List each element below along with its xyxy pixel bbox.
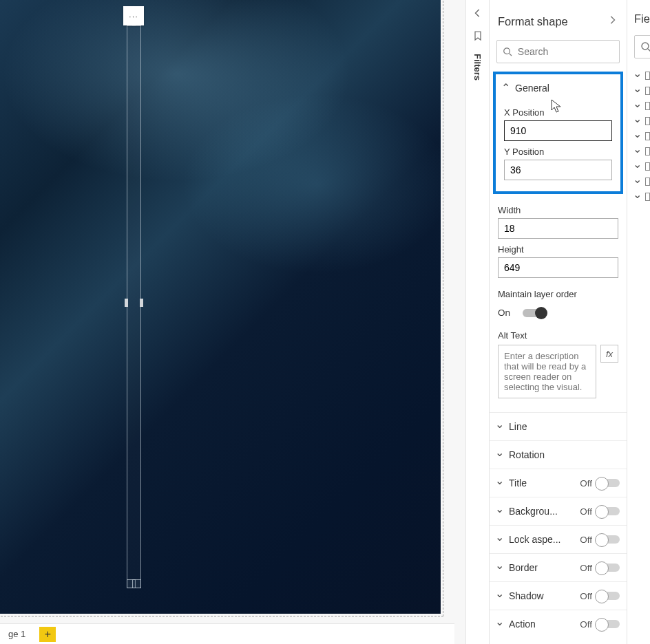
field-table-8[interactable] bbox=[627, 174, 650, 189]
resize-handle-br[interactable] bbox=[132, 579, 141, 588]
chevron-down-icon bbox=[495, 507, 503, 515]
background-toggle[interactable] bbox=[596, 507, 620, 515]
action-state: Off bbox=[580, 619, 592, 630]
chevron-down-icon bbox=[633, 132, 641, 140]
next-pane-icon[interactable] bbox=[605, 12, 620, 30]
chevron-down-icon bbox=[495, 564, 503, 572]
lock-state: Off bbox=[580, 535, 592, 545]
add-page-button[interactable]: + bbox=[39, 627, 56, 642]
svg-point-0 bbox=[504, 48, 510, 54]
table-icon bbox=[645, 147, 650, 155]
background-state: Off bbox=[580, 506, 592, 517]
alt-text-fx-button[interactable]: fx bbox=[600, 345, 618, 363]
table-icon bbox=[645, 193, 650, 201]
field-table-6[interactable] bbox=[627, 144, 650, 159]
table-icon bbox=[645, 87, 650, 95]
action-toggle[interactable] bbox=[596, 620, 620, 628]
shadow-state: Off bbox=[580, 591, 592, 601]
chevron-down-icon bbox=[633, 193, 641, 201]
chevron-down-icon bbox=[495, 451, 503, 459]
section-background[interactable]: Backgrou... Off bbox=[490, 497, 627, 525]
section-shadow-label: Shadow bbox=[509, 590, 544, 601]
filters-label[interactable]: Filters bbox=[472, 54, 483, 80]
resize-handle-ml[interactable] bbox=[125, 299, 128, 307]
chevron-down-icon bbox=[633, 178, 641, 186]
border-state: Off bbox=[580, 563, 592, 573]
section-general-header[interactable]: General bbox=[496, 76, 620, 100]
section-background-label: Backgrou... bbox=[509, 506, 558, 517]
section-rotation-label: Rotation bbox=[509, 449, 545, 460]
report-canvas[interactable]: ··· ge 1 + bbox=[0, 0, 465, 644]
field-table-2[interactable] bbox=[627, 83, 650, 98]
x-position-label: X Position bbox=[504, 107, 612, 118]
section-lock-aspect[interactable]: Lock aspe... Off bbox=[490, 525, 627, 553]
section-title[interactable]: Title Off bbox=[490, 469, 627, 497]
height-input[interactable] bbox=[498, 257, 618, 278]
field-table-3[interactable] bbox=[627, 98, 650, 114]
chevron-down-icon bbox=[633, 162, 641, 171]
page-background bbox=[0, 0, 441, 614]
table-icon bbox=[645, 132, 650, 140]
chevron-down-icon bbox=[633, 117, 641, 125]
selected-shape[interactable] bbox=[127, 17, 141, 588]
y-position-input[interactable] bbox=[504, 160, 612, 180]
maintain-layer-label: Maintain layer order bbox=[498, 289, 618, 299]
width-label: Width bbox=[498, 205, 618, 215]
chevron-down-icon bbox=[495, 592, 503, 600]
section-action[interactable]: Action Off bbox=[490, 610, 627, 638]
search-icon bbox=[640, 41, 650, 52]
border-toggle[interactable] bbox=[596, 564, 620, 572]
alt-text-label: Alt Text bbox=[498, 330, 618, 341]
lock-toggle[interactable] bbox=[596, 535, 620, 544]
section-line-label: Line bbox=[509, 421, 527, 432]
page-tabs: ge 1 + bbox=[0, 623, 454, 644]
section-border[interactable]: Border Off bbox=[490, 553, 627, 581]
chevron-up-icon bbox=[501, 84, 510, 92]
y-position-label: Y Position bbox=[504, 147, 612, 157]
section-lock-label: Lock aspe... bbox=[509, 534, 561, 545]
field-table-4[interactable] bbox=[627, 114, 650, 129]
field-table-5[interactable] bbox=[627, 129, 650, 144]
chevron-down-icon bbox=[495, 535, 503, 544]
width-input[interactable] bbox=[498, 218, 618, 239]
x-position-input[interactable] bbox=[504, 120, 612, 141]
svg-point-2 bbox=[642, 43, 649, 50]
maintain-layer-toggle[interactable] bbox=[523, 309, 546, 317]
visual-more-button[interactable]: ··· bbox=[123, 6, 144, 25]
title-toggle[interactable] bbox=[596, 479, 620, 487]
section-rotation[interactable]: Rotation bbox=[490, 440, 627, 469]
section-title-label: Title bbox=[509, 477, 527, 489]
chevron-down-icon bbox=[633, 102, 641, 110]
expand-filters-icon[interactable] bbox=[470, 6, 485, 23]
field-table-9[interactable] bbox=[627, 189, 650, 204]
table-icon bbox=[645, 162, 650, 171]
alt-text-input[interactable]: Enter a description that will be read by… bbox=[498, 345, 596, 398]
fields-panel: Fie bbox=[627, 0, 650, 644]
chevron-down-icon bbox=[633, 87, 641, 95]
height-label: Height bbox=[498, 244, 618, 255]
fields-search[interactable] bbox=[634, 35, 650, 58]
format-shape-panel: Format shape General X Position Y Positi… bbox=[489, 0, 627, 644]
chevron-down-icon bbox=[495, 422, 503, 431]
field-table-7[interactable] bbox=[627, 159, 650, 174]
page-tab-1[interactable]: ge 1 bbox=[3, 626, 31, 642]
table-icon bbox=[645, 117, 650, 125]
svg-line-1 bbox=[510, 54, 512, 56]
chevron-down-icon bbox=[495, 479, 503, 487]
panel-title: Format shape bbox=[498, 15, 568, 28]
section-line[interactable]: Line bbox=[490, 412, 627, 440]
filters-pane-collapsed: Filters bbox=[465, 0, 489, 644]
bookmark-icon[interactable] bbox=[472, 30, 483, 44]
chevron-down-icon bbox=[495, 620, 503, 628]
section-shadow[interactable]: Shadow Off bbox=[490, 581, 627, 610]
shadow-toggle[interactable] bbox=[596, 592, 620, 600]
section-action-label: Action bbox=[509, 619, 536, 630]
title-state: Off bbox=[580, 478, 592, 489]
resize-handle-mr[interactable] bbox=[140, 299, 143, 307]
section-border-label: Border bbox=[509, 562, 538, 573]
field-table-1[interactable] bbox=[627, 68, 650, 83]
format-search-input[interactable] bbox=[518, 46, 614, 57]
table-icon bbox=[645, 102, 650, 110]
chevron-down-icon bbox=[633, 147, 641, 155]
format-search[interactable] bbox=[496, 40, 620, 63]
